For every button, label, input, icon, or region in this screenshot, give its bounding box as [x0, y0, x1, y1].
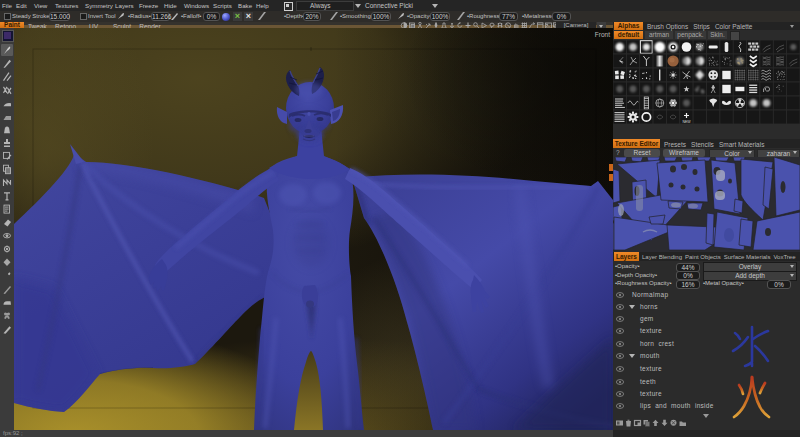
svg-text:Front: Front — [595, 31, 610, 38]
svg-text:NEW: NEW — [682, 120, 691, 124]
